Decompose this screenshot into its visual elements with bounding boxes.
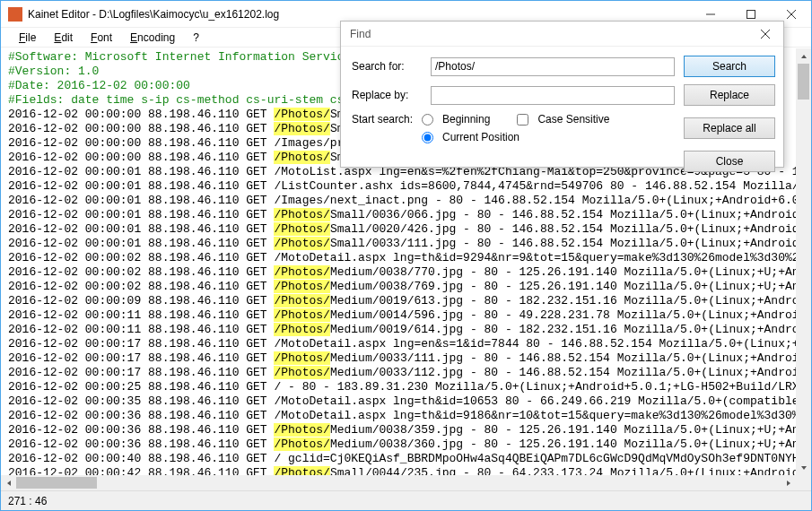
- app-icon: [8, 7, 22, 22]
- cursor-position: 271 : 46: [8, 495, 47, 507]
- hscroll-thumb[interactable]: [16, 477, 97, 489]
- status-bar: 271 : 46: [1, 490, 811, 510]
- vertical-scrollbar[interactable]: [796, 48, 811, 475]
- horizontal-scrollbar[interactable]: [1, 475, 796, 490]
- menu-font[interactable]: Font: [83, 30, 119, 46]
- scroll-corner: [796, 475, 811, 490]
- find-dialog-close-button[interactable]: [747, 22, 783, 46]
- vscroll-thumb[interactable]: [798, 64, 809, 100]
- minimize-icon: [706, 10, 715, 19]
- svg-marker-6: [7, 481, 11, 486]
- close-icon: [761, 30, 770, 39]
- window-title: Kainet Editor - D:\Logfiles\Kaimocyc\u_e…: [28, 8, 690, 21]
- case-sensitive-input[interactable]: [517, 114, 528, 126]
- replace-by-label: Replace by:: [352, 89, 422, 101]
- replace-all-button[interactable]: Replace all: [684, 117, 775, 139]
- close-dialog-button[interactable]: Close: [684, 151, 775, 172]
- beginning-radio-input[interactable]: [422, 114, 433, 126]
- scroll-left-arrow[interactable]: [1, 475, 16, 490]
- scroll-right-arrow[interactable]: [781, 475, 796, 490]
- find-dialog-titlebar: Find: [341, 22, 783, 47]
- search-for-input[interactable]: [431, 57, 675, 76]
- find-dialog: Find Search for: Search Replace by: Repl…: [340, 21, 784, 168]
- search-for-label: Search for:: [352, 60, 422, 73]
- menu-edit[interactable]: Edit: [47, 30, 80, 46]
- current-position-radio-input[interactable]: [422, 132, 433, 143]
- scroll-down-arrow[interactable]: [796, 460, 811, 475]
- start-search-label: Start search:: [352, 113, 422, 126]
- menu-help[interactable]: ?: [186, 30, 206, 46]
- search-button[interactable]: Search: [684, 56, 775, 77]
- find-dialog-title: Find: [350, 28, 747, 40]
- svg-rect-1: [747, 10, 755, 18]
- menu-file[interactable]: File: [12, 30, 43, 46]
- find-dialog-body: Search for: Search Replace by: Replace S…: [341, 47, 783, 178]
- replace-button[interactable]: Replace: [684, 84, 775, 106]
- scroll-up-arrow[interactable]: [796, 48, 811, 64]
- case-sensitive-checkbox[interactable]: Case Sensitive: [517, 113, 609, 126]
- close-icon: [787, 10, 796, 19]
- beginning-radio[interactable]: Beginning: [422, 113, 490, 126]
- vscroll-track[interactable]: [796, 64, 811, 460]
- svg-marker-5: [801, 466, 807, 470]
- hscroll-track[interactable]: [16, 475, 781, 490]
- svg-marker-7: [787, 481, 790, 486]
- svg-marker-4: [801, 55, 807, 58]
- replace-by-input[interactable]: [431, 86, 675, 105]
- current-position-radio[interactable]: Current Position: [422, 131, 520, 143]
- menu-encoding[interactable]: Encoding: [123, 30, 182, 46]
- maximize-icon: [747, 10, 755, 19]
